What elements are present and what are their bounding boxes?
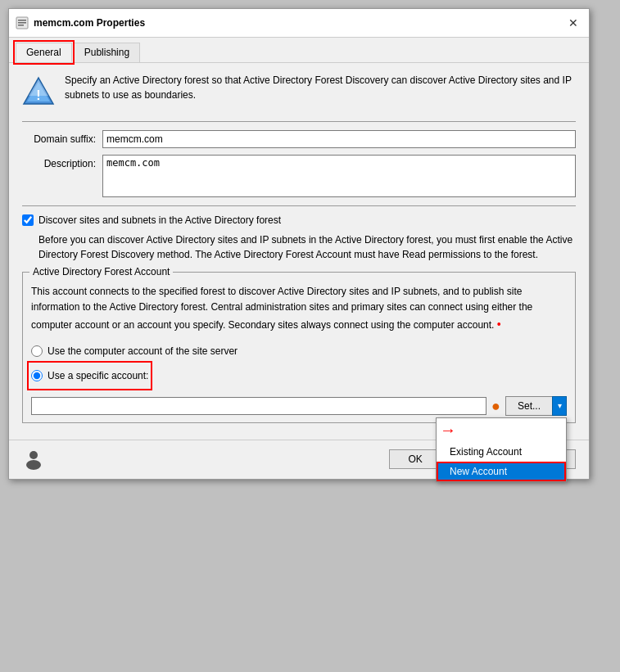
- discovery-note: Before you can discover Active Directory…: [38, 232, 576, 262]
- tab-publishing[interactable]: Publishing: [74, 43, 140, 62]
- account-input[interactable]: [31, 397, 486, 415]
- group-box-text: This account connects to the specified f…: [31, 284, 567, 334]
- dropdown-arrow-row: →: [437, 418, 566, 442]
- separator-1: [22, 121, 576, 122]
- radio-specific-row: Use a specific account:: [31, 370, 148, 381]
- svg-rect-2: [18, 22, 26, 24]
- set-button[interactable]: Set...: [505, 396, 552, 416]
- orange-indicator: ●: [491, 399, 500, 413]
- radio-computer-row: Use the computer account of the site ser…: [31, 345, 567, 357]
- description-input[interactable]: memcm.com: [102, 155, 576, 197]
- domain-suffix-row: Domain suffix:: [22, 130, 576, 148]
- description-row: Description: memcm.com: [22, 155, 576, 197]
- tabs-row: General Publishing: [9, 38, 589, 63]
- set-dropdown-menu: → Existing Account New Account: [436, 417, 567, 482]
- warning-icon: !: [22, 74, 55, 110]
- forest-account-group: Active Directory Forest Account This acc…: [22, 272, 576, 423]
- discover-checkbox-row: Discover sites and subnets in the Active…: [22, 214, 576, 226]
- ok-button[interactable]: OK: [389, 449, 442, 469]
- domain-suffix-input[interactable]: [102, 130, 576, 148]
- user-icon-container: [22, 447, 45, 472]
- dropdown-item-existing[interactable]: Existing Account: [437, 442, 566, 462]
- dialog-title: memcm.com Properties: [34, 17, 145, 29]
- svg-rect-1: [18, 20, 26, 21]
- close-button[interactable]: ✕: [564, 14, 582, 32]
- domain-suffix-label: Domain suffix:: [22, 133, 96, 145]
- info-section: ! Specify an Active Directory forest so …: [22, 73, 576, 110]
- arrow-icon: →: [440, 421, 456, 440]
- discover-checkbox[interactable]: [22, 214, 34, 226]
- red-dot-indicator: •: [497, 318, 501, 331]
- dropdown-item-new[interactable]: New Account: [437, 462, 566, 481]
- tab-general[interactable]: General: [16, 43, 72, 62]
- svg-point-8: [29, 451, 38, 459]
- description-label: Description:: [22, 158, 96, 169]
- title-bar-left: memcm.com Properties: [16, 16, 145, 29]
- svg-text:!: !: [36, 88, 40, 102]
- dialog-icon: [16, 16, 29, 29]
- properties-dialog: memcm.com Properties ✕ General Publishin…: [8, 8, 590, 480]
- dialog-content: ! Specify an Active Directory forest so …: [9, 63, 589, 440]
- group-box-title: Active Directory Forest Account: [29, 266, 173, 277]
- radio-specific-highlight: Use a specific account:: [31, 365, 148, 386]
- set-button-group: Set... ▾: [505, 396, 567, 416]
- set-dropdown-button[interactable]: ▾: [552, 396, 567, 416]
- svg-point-9: [26, 460, 41, 470]
- radio-specific-label[interactable]: Use a specific account:: [48, 370, 148, 381]
- radio-computer-label[interactable]: Use the computer account of the site ser…: [48, 345, 238, 357]
- title-bar: memcm.com Properties ✕: [9, 9, 589, 38]
- info-description: Specify an Active Directory forest so th…: [65, 73, 576, 102]
- discover-checkbox-label[interactable]: Discover sites and subnets in the Active…: [38, 214, 281, 226]
- separator-2: [22, 205, 576, 206]
- radio-specific[interactable]: [31, 370, 43, 381]
- svg-rect-3: [18, 25, 24, 26]
- account-input-row: ● Set... ▾: [31, 396, 567, 416]
- radio-computer[interactable]: [31, 345, 43, 357]
- user-icon: [22, 447, 45, 470]
